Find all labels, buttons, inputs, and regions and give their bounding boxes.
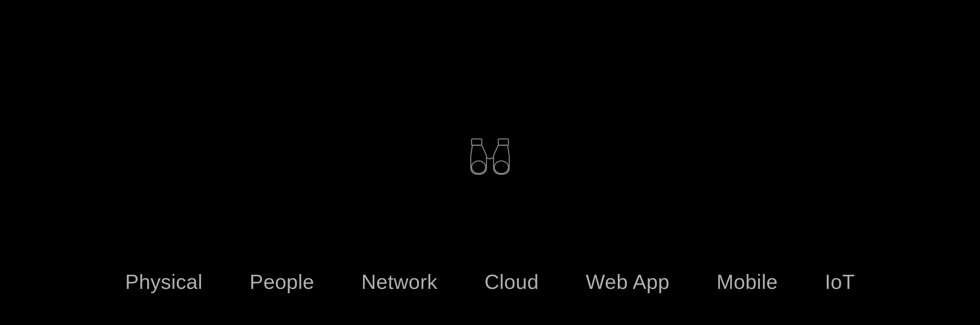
svg-point-3 [494,161,508,173]
nav-item-physical[interactable]: Physical [125,270,203,294]
nav-item-mobile[interactable]: Mobile [717,270,778,294]
nav-item-iot[interactable]: IoT [825,270,855,294]
nav-item-people[interactable]: People [250,270,314,294]
svg-rect-0 [472,139,482,145]
svg-rect-1 [498,139,508,145]
page-container: Physical People Network Cloud Web App Mo… [0,0,980,325]
nav-item-network[interactable]: Network [361,270,437,294]
svg-point-2 [472,161,486,173]
nav-item-web-app[interactable]: Web App [586,270,670,294]
nav-item-cloud[interactable]: Cloud [485,270,539,294]
nav-bar: Physical People Network Cloud Web App Mo… [0,270,980,294]
icon-area [465,132,515,183]
binoculars-icon [465,132,515,183]
